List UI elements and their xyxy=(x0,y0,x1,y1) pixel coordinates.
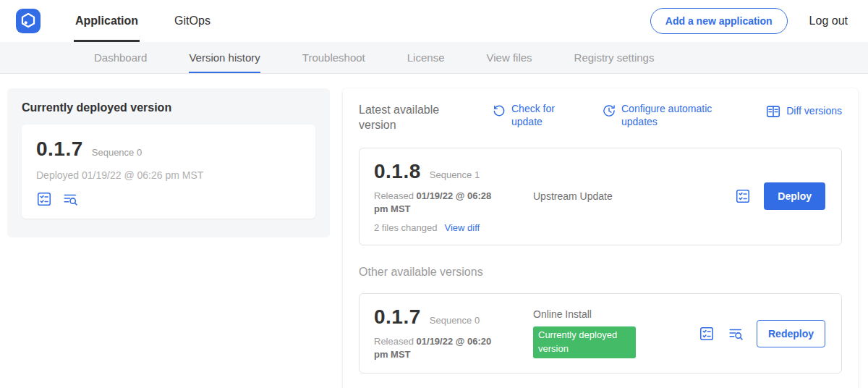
release-source-label: Online Install xyxy=(533,308,699,320)
app-logo[interactable] xyxy=(16,0,41,42)
release-version-number: 0.1.7 xyxy=(374,305,421,329)
released-prefix: Released xyxy=(374,190,414,201)
view-logs-icon[interactable] xyxy=(728,326,744,342)
subnav-item-troubleshoot[interactable]: Troubleshoot xyxy=(302,42,365,73)
add-application-button[interactable]: Add a new application xyxy=(650,8,788,34)
release-sequence-label: Sequence 0 xyxy=(430,315,480,326)
currently-deployed-badge: Currently deployed version xyxy=(533,326,636,358)
release-actions: Deploy xyxy=(735,182,827,210)
main-content: Currently deployed version 0.1.7 Sequenc… xyxy=(0,74,868,388)
release-info: 0.1.8 Sequence 1 Released 01/19/22 @ 06:… xyxy=(374,160,524,233)
configure-automatic-updates-label: Configure automatic updates xyxy=(621,103,725,128)
diff-versions-label: Diff versions xyxy=(786,105,842,118)
deployed-timestamp: Deployed 01/19/22 @ 06:26 pm MST xyxy=(36,169,301,181)
deployed-sequence-label: Sequence 0 xyxy=(92,147,142,158)
check-for-update-label: Check for update xyxy=(511,103,564,128)
currently-deployed-panel: Currently deployed version 0.1.7 Sequenc… xyxy=(7,88,330,237)
latest-header: Latest available version Check for updat… xyxy=(359,103,842,133)
release-sequence-label: Sequence 1 xyxy=(430,169,480,180)
release-notes-icon[interactable] xyxy=(699,326,715,342)
subnav-item-version-history[interactable]: Version history xyxy=(189,42,260,73)
app-logo-icon xyxy=(16,9,41,33)
app-subnav: Dashboard Version history Troubleshoot L… xyxy=(0,42,868,74)
release-timestamp: Released 01/19/22 @ 06:28 pm MST xyxy=(374,190,508,216)
subnav-item-license[interactable]: License xyxy=(407,42,445,73)
topnav-right: Add a new application Log out xyxy=(650,0,848,42)
currently-deployed-title: Currently deployed version xyxy=(22,101,315,114)
topnav-tabs: Application GitOps xyxy=(74,0,245,42)
refresh-icon xyxy=(492,104,506,118)
files-changed-label: 2 files changed xyxy=(374,222,437,233)
deployed-version-number: 0.1.7 xyxy=(36,138,83,161)
top-navbar: Application GitOps Add a new application… xyxy=(0,0,868,42)
deploy-button[interactable]: Deploy xyxy=(764,182,825,210)
tab-gitops[interactable]: GitOps xyxy=(173,0,212,42)
released-prefix: Released xyxy=(374,336,414,347)
release-notes-icon[interactable] xyxy=(735,188,751,204)
release-timestamp: Released 01/19/22 @ 06:20 pm MST xyxy=(374,335,508,361)
release-row-0-1-7: 0.1.7 Sequence 0 Released 01/19/22 @ 06:… xyxy=(359,293,842,374)
view-diff-link[interactable]: View diff xyxy=(444,222,480,233)
logout-link[interactable]: Log out xyxy=(809,14,848,28)
release-row-0-1-8: 0.1.8 Sequence 1 Released 01/19/22 @ 06:… xyxy=(359,148,842,245)
release-actions: Redeploy xyxy=(699,320,827,347)
subnav-item-view-files[interactable]: View files xyxy=(486,42,532,73)
diff-versions-button[interactable]: Diff versions xyxy=(765,103,842,119)
subnav-item-registry-settings[interactable]: Registry settings xyxy=(574,42,655,73)
redeploy-button[interactable]: Redeploy xyxy=(757,320,825,347)
latest-available-title: Latest available version xyxy=(359,103,473,133)
schedule-update-icon xyxy=(602,104,616,118)
release-source-block: Online Install Currently deployed versio… xyxy=(524,308,699,358)
tab-application[interactable]: Application xyxy=(74,0,140,42)
other-versions-title: Other available versions xyxy=(359,266,842,279)
release-info: 0.1.7 Sequence 0 Released 01/19/22 @ 06:… xyxy=(374,305,524,361)
view-logs-icon[interactable] xyxy=(62,191,78,207)
diff-versions-icon xyxy=(765,104,781,119)
check-for-update-button[interactable]: Check for update xyxy=(492,103,564,128)
deployed-version-card: 0.1.7 Sequence 0 Deployed 01/19/22 @ 06:… xyxy=(22,125,315,219)
release-source-label: Upstream Update xyxy=(524,190,735,202)
configure-automatic-updates-button[interactable]: Configure automatic updates xyxy=(602,103,725,128)
release-notes-icon[interactable] xyxy=(36,191,52,207)
subnav-item-dashboard[interactable]: Dashboard xyxy=(94,42,147,73)
latest-available-panel: Latest available version Check for updat… xyxy=(343,88,858,388)
release-version-number: 0.1.8 xyxy=(374,160,421,183)
